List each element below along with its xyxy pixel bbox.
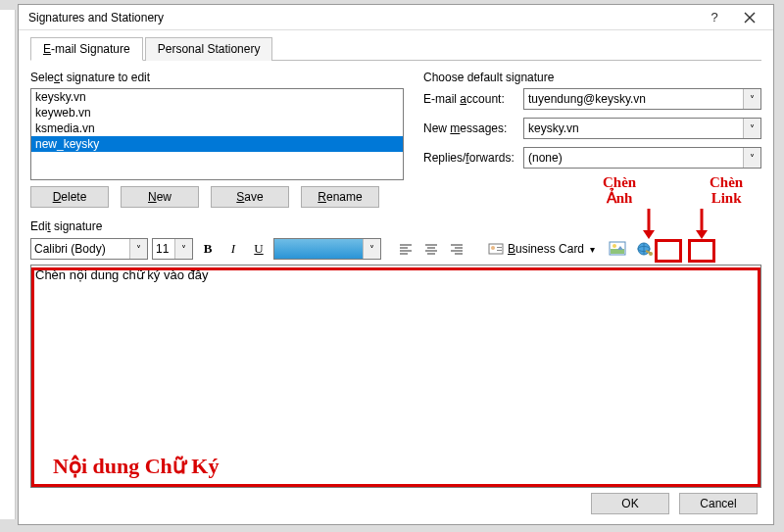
- list-item[interactable]: new_keysky: [31, 136, 403, 152]
- select-signature-label: Select signature to edit: [30, 71, 404, 84]
- svg-rect-17: [497, 250, 502, 251]
- dialog-content: E-mail Signature Personal Stationery Sel…: [19, 30, 773, 498]
- font-color-dropdown[interactable]: ˅: [273, 238, 381, 260]
- business-card-label: Business Card: [508, 242, 584, 256]
- email-account-label: E-mail account:: [423, 92, 523, 106]
- new-messages-dropdown[interactable]: keysky.vn ˅: [523, 118, 761, 139]
- chevron-down-icon: ˅: [174, 239, 192, 259]
- titlebar: Signatures and Stationery ?: [19, 5, 773, 30]
- default-signature-section: Choose default signature E-mail account:…: [423, 71, 761, 208]
- chevron-down-icon: ˅: [743, 119, 760, 138]
- tab-personal-stationery[interactable]: Personal Stationery: [145, 37, 273, 61]
- business-card-icon: [488, 242, 504, 256]
- align-center-button[interactable]: [420, 238, 442, 260]
- dropdown-value: (none): [528, 151, 563, 165]
- choose-default-label: Choose default signature: [423, 71, 761, 84]
- italic-button[interactable]: I: [222, 238, 244, 260]
- signature-editor[interactable]: Chèn nội dung chữ ký vào đây: [30, 265, 761, 488]
- align-right-button[interactable]: [446, 238, 467, 260]
- replies-forwards-label: Replies/forwards:: [423, 151, 523, 165]
- ok-button[interactable]: OK: [591, 493, 669, 514]
- tab-email-signature[interactable]: E-mail Signature: [30, 37, 143, 61]
- bold-button[interactable]: B: [197, 238, 219, 260]
- chevron-down-icon: ˅: [743, 148, 760, 168]
- svg-point-25: [649, 252, 653, 256]
- svg-rect-14: [489, 244, 503, 254]
- font-size-dropdown[interactable]: 11 ˅: [152, 238, 193, 260]
- email-account-dropdown[interactable]: tuyendung@keysky.vn ˅: [523, 88, 761, 110]
- list-item[interactable]: ksmedia.vn: [31, 121, 403, 136]
- edit-signature-label: Edit signature: [30, 219, 761, 233]
- font-name-value: Calibri (Body): [34, 242, 106, 256]
- help-button[interactable]: ?: [697, 7, 732, 28]
- dialog-window: Signatures and Stationery ? E-mail Signa…: [18, 4, 774, 525]
- chevron-down-icon: ˅: [129, 239, 147, 259]
- hyperlink-icon: [636, 241, 654, 257]
- chevron-down-icon: ˅: [743, 89, 760, 109]
- new-messages-label: New messages:: [423, 121, 523, 135]
- window-title: Signatures and Stationery: [28, 11, 697, 24]
- list-item[interactable]: keysky.vn: [31, 89, 403, 105]
- edit-toolbar: Calibri (Body) ˅ 11 ˅ B I U ˅: [30, 237, 761, 261]
- business-card-button[interactable]: Business Card ▾: [481, 238, 602, 260]
- list-item[interactable]: keyweb.vn: [31, 105, 403, 121]
- tab-label: E-mail Signature: [43, 42, 130, 56]
- insert-hyperlink-button[interactable]: [633, 238, 657, 260]
- close-button[interactable]: [732, 7, 767, 28]
- svg-point-20: [612, 244, 616, 248]
- chevron-down-icon: ▾: [590, 244, 595, 255]
- editor-content: Chèn nội dung chữ ký vào đây: [35, 267, 208, 282]
- rename-button[interactable]: Rename: [301, 186, 379, 208]
- svg-rect-16: [497, 247, 502, 248]
- align-left-button[interactable]: [395, 238, 416, 260]
- dropdown-value: tuyendung@keysky.vn: [528, 92, 646, 106]
- delete-button[interactable]: Delete: [30, 186, 109, 208]
- picture-icon: [609, 241, 626, 257]
- replies-forwards-dropdown[interactable]: (none) ˅: [523, 147, 761, 169]
- tab-strip: E-mail Signature Personal Stationery: [30, 36, 761, 61]
- chevron-down-icon: ˅: [363, 239, 380, 259]
- svg-point-15: [491, 246, 495, 250]
- underline-button[interactable]: U: [248, 238, 270, 260]
- font-name-dropdown[interactable]: Calibri (Body) ˅: [30, 238, 148, 260]
- cancel-button[interactable]: Cancel: [679, 493, 758, 514]
- save-button[interactable]: Save: [211, 186, 289, 208]
- dropdown-value: keysky.vn: [528, 121, 579, 135]
- new-button[interactable]: New: [121, 186, 199, 208]
- font-size-value: 11: [156, 242, 169, 256]
- insert-picture-button[interactable]: [606, 238, 629, 260]
- signature-list-section: Select signature to edit keysky.vn keywe…: [30, 71, 404, 208]
- signature-listbox[interactable]: keysky.vn keyweb.vn ksmedia.vn new_keysk…: [30, 88, 404, 180]
